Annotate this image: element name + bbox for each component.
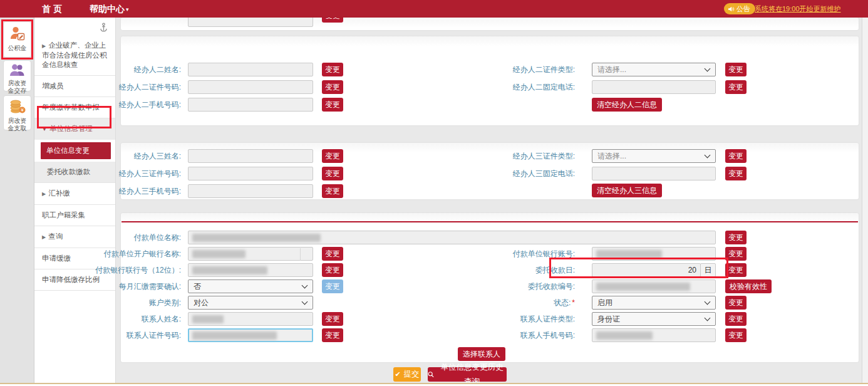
sidebar-item-danwei-xinxi-guanli[interactable]: ▼单位信息管理 bbox=[34, 118, 115, 140]
contact-cert-type-select[interactable]: 身份证 bbox=[592, 312, 716, 326]
chevron-down-icon bbox=[302, 299, 308, 305]
account-type-select[interactable]: 对公 bbox=[188, 296, 313, 310]
chevron-down-icon bbox=[705, 315, 711, 321]
agent3-id-label: 经办人三证件号码: bbox=[56, 167, 181, 180]
select-value: 启用 bbox=[597, 298, 612, 307]
select-value: 请选择... bbox=[597, 152, 626, 160]
collect-no-input[interactable] bbox=[592, 279, 716, 293]
form-card-clipped: 变更 bbox=[121, 18, 859, 30]
payer-bank-name-input[interactable] bbox=[188, 247, 313, 261]
agent3-id-input[interactable] bbox=[188, 167, 313, 180]
collect-day-input[interactable] bbox=[592, 263, 701, 277]
history-query-button[interactable]: 单位信息变更历史查询 bbox=[428, 367, 507, 382]
validate-button[interactable]: 校验有效性 bbox=[725, 279, 772, 293]
change-button[interactable]: 变更 bbox=[322, 98, 343, 112]
change-button[interactable]: 变更 bbox=[725, 80, 747, 94]
change-button[interactable]: 变更 bbox=[725, 167, 747, 180]
change-button[interactable]: 变更 bbox=[322, 18, 343, 23]
clipped-input[interactable] bbox=[188, 18, 313, 27]
app-window: 首 页 帮助中心▾ 公告 系统将在19:00开始更新维护 公积金 bbox=[0, 0, 868, 386]
change-button[interactable]: 变更 bbox=[725, 149, 747, 163]
anchor-icon[interactable] bbox=[34, 18, 115, 35]
vertical-scrollbar[interactable] bbox=[862, 18, 868, 383]
change-button[interactable]: 变更 bbox=[725, 247, 747, 261]
rail-item-label: 公积金 bbox=[4, 44, 31, 55]
change-button[interactable]: 变更 bbox=[322, 80, 343, 94]
account-type-label: 账户类别: bbox=[38, 296, 181, 310]
change-button[interactable]: 变更 bbox=[725, 296, 747, 310]
nav-home-label: 首 页 bbox=[42, 4, 62, 14]
change-button[interactable]: 变更 bbox=[322, 328, 343, 342]
change-button[interactable]: 变更 bbox=[322, 149, 343, 163]
agent2-tel-input[interactable] bbox=[592, 80, 716, 94]
agent3-tel-input[interactable] bbox=[592, 167, 716, 180]
change-button[interactable]: 变更 bbox=[725, 231, 747, 244]
notice-badge-label: 公告 bbox=[736, 3, 750, 14]
payer-bank-account-label: 付款单位银行账号: bbox=[438, 247, 575, 261]
change-button[interactable]: 变更 bbox=[322, 263, 343, 277]
chevron-down-icon bbox=[705, 66, 711, 72]
collapsed-arrow-icon: ▶ bbox=[42, 191, 46, 197]
collect-day-unit: 日 bbox=[700, 263, 716, 277]
monthly-confirm-select[interactable]: 否 bbox=[188, 279, 313, 293]
change-button[interactable]: 变更 bbox=[322, 184, 343, 198]
top-header-bar: 首 页 帮助中心▾ 公告 系统将在19:00开始更新维护 bbox=[0, 0, 868, 18]
clear-agent3-button[interactable]: 清空经办人三信息 bbox=[592, 184, 662, 197]
agent2-mobile-input[interactable] bbox=[188, 98, 313, 112]
change-button[interactable]: 变更 bbox=[725, 328, 747, 342]
required-asterisk: * bbox=[572, 298, 575, 307]
change-button[interactable]: 变更 bbox=[322, 167, 343, 180]
change-button[interactable]: 变更 bbox=[322, 312, 343, 326]
payer-company-label: 付款单位名称: bbox=[38, 231, 181, 244]
redacted-value bbox=[596, 250, 662, 258]
agent3-mobile-label: 经办人三手机号码: bbox=[56, 184, 181, 198]
select-value: 身份证 bbox=[597, 315, 620, 323]
submit-button[interactable]: ✔ 提交 bbox=[393, 367, 421, 382]
payer-bank-code-input[interactable] bbox=[188, 263, 313, 277]
change-button[interactable]: 变更 bbox=[322, 63, 343, 76]
agent2-tel-label: 经办人二固定电话: bbox=[438, 80, 575, 94]
agent2-cert-type-label: 经办人二证件类型: bbox=[438, 63, 575, 76]
payer-bank-account-input[interactable] bbox=[592, 247, 716, 261]
module-rail: 公积金 房改资金交存 ¥ 房改资金支取 bbox=[0, 18, 34, 383]
clear-agent2-button[interactable]: 清空经办人二信息 bbox=[592, 98, 662, 112]
change-button[interactable]: 变更 bbox=[725, 263, 747, 277]
redacted-value bbox=[192, 250, 245, 258]
change-button[interactable]: 变更 bbox=[725, 312, 747, 326]
nav-home[interactable]: 首 页 bbox=[42, 0, 62, 18]
rail-item-fanggai-zhiqu[interactable]: ¥ 房改资金支取 bbox=[3, 95, 31, 130]
contact-name-input[interactable] bbox=[188, 312, 313, 326]
agent2-cert-type-select[interactable]: 请选择... bbox=[592, 63, 716, 76]
section-divider-red bbox=[121, 221, 858, 222]
rail-item-label: 房改资金支取 bbox=[4, 117, 31, 135]
change-button[interactable]: 变更 bbox=[322, 247, 343, 261]
agent3-tel-label: 经办人三固定电话: bbox=[438, 167, 575, 180]
nav-help-center[interactable]: 帮助中心▾ bbox=[90, 0, 129, 18]
collect-no-label: 委托收款编号: bbox=[438, 279, 575, 293]
contact-mobile-input[interactable] bbox=[592, 328, 716, 342]
bottom-accent-line bbox=[0, 383, 868, 384]
rail-item-fanggai-jiaocun[interactable]: 房改资金交存 bbox=[3, 60, 31, 91]
expanded-arrow-icon: ▼ bbox=[42, 127, 47, 132]
agent2-id-input[interactable] bbox=[188, 80, 313, 94]
rail-item-gongjijin[interactable]: 公积金 bbox=[3, 21, 31, 58]
agent2-name-input[interactable] bbox=[188, 63, 313, 76]
sidebar-item-zhigong-huji[interactable]: 职工户籍采集 bbox=[34, 205, 115, 226]
status-select[interactable]: 启用 bbox=[592, 296, 716, 310]
agent3-mobile-input[interactable] bbox=[188, 184, 313, 198]
change-button-disabled[interactable]: 变更 bbox=[322, 279, 343, 293]
agent2-name-label: 经办人二姓名: bbox=[56, 63, 181, 76]
notice-link[interactable]: 系统将在19:00开始更新维护 bbox=[755, 3, 841, 14]
change-button[interactable]: 变更 bbox=[725, 63, 747, 76]
contact-id-input-focused[interactable] bbox=[188, 328, 313, 342]
payer-company-input[interactable] bbox=[188, 231, 716, 244]
select-contact-button[interactable]: 选择联系人 bbox=[458, 347, 505, 361]
coins-icon: ¥ bbox=[9, 99, 26, 114]
select-value: 请选择... bbox=[597, 65, 626, 74]
redacted-value bbox=[192, 315, 224, 323]
agent3-name-input[interactable] bbox=[188, 149, 313, 163]
people-icon bbox=[9, 64, 26, 76]
submit-label: 提交 bbox=[404, 367, 420, 382]
agent3-cert-type-select[interactable]: 请选择... bbox=[592, 149, 716, 163]
redacted-value bbox=[192, 234, 321, 242]
